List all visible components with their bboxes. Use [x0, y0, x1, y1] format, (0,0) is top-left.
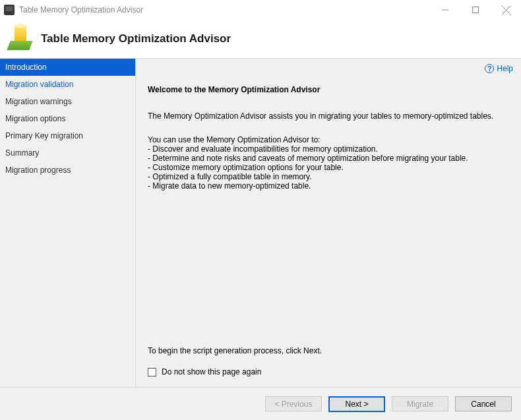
uses-item: - Determine and note risks and caveats o…	[148, 154, 509, 163]
titlebar: Table Memory Optimization Advisor	[0, 0, 521, 20]
do-not-show-row: Do not show this page again	[148, 367, 261, 376]
sidebar-item-summary[interactable]: Summary	[0, 144, 135, 162]
uses-list: - Discover and evaluate incompatibilitie…	[148, 144, 509, 191]
welcome-heading: Welcome to the Memory Optimization Advis…	[148, 85, 509, 94]
next-button[interactable]: Next >	[328, 396, 385, 412]
svg-rect-1	[473, 7, 479, 13]
advisor-icon	[7, 26, 33, 52]
cancel-button[interactable]: Cancel	[455, 396, 512, 411]
window-controls	[430, 0, 521, 20]
uses-heading: You can use the Memory Optimization Advi…	[148, 135, 509, 144]
uses-item: - Migrate data to new memory-optimized t…	[148, 181, 509, 191]
sidebar-item-introduction[interactable]: Introduction	[0, 59, 135, 76]
sidebar-item-migration-progress[interactable]: Migration progress	[0, 162, 135, 179]
main-panel: ? Help Welcome to the Memory Optimizatio…	[136, 59, 521, 387]
maximize-button[interactable]	[460, 0, 491, 20]
previous-button: < Previous	[265, 396, 322, 411]
window-title: Table Memory Optimization Advisor	[19, 5, 143, 15]
sidebar-item-migration-warnings[interactable]: Migration warnings	[0, 93, 135, 110]
sidebar-item-primary-key[interactable]: Primary Key migration	[0, 127, 135, 144]
uses-item: - Discover and evaluate incompatibilitie…	[148, 144, 509, 154]
help-link[interactable]: ? Help	[485, 64, 513, 73]
uses-item: - Optimized a fully compatible table in …	[148, 172, 509, 181]
sidebar-item-migration-options[interactable]: Migration options	[0, 110, 135, 127]
sidebar-item-migration-validation[interactable]: Migration validation	[0, 76, 135, 93]
migrate-button: Migrate	[392, 396, 448, 411]
body: Introduction Migration validation Migrat…	[0, 59, 521, 387]
sidebar: Introduction Migration validation Migrat…	[0, 59, 136, 387]
intro-text: The Memory Optimization Advisor assists …	[148, 111, 509, 121]
do-not-show-checkbox[interactable]	[148, 368, 156, 376]
header: Table Memory Optimization Advisor	[0, 20, 521, 59]
header-title: Table Memory Optimization Advisor	[41, 32, 231, 45]
begin-text: To begin the script generation process, …	[148, 346, 322, 355]
app-icon	[4, 5, 15, 15]
help-label: Help	[497, 64, 513, 73]
footer: < Previous Next > Migrate Cancel	[0, 387, 521, 420]
uses-item: - Customize memory optimization options …	[148, 163, 509, 172]
do-not-show-label: Do not show this page again	[162, 367, 261, 376]
close-button[interactable]	[491, 0, 521, 20]
help-icon: ?	[485, 64, 494, 73]
minimize-button[interactable]	[430, 0, 460, 20]
